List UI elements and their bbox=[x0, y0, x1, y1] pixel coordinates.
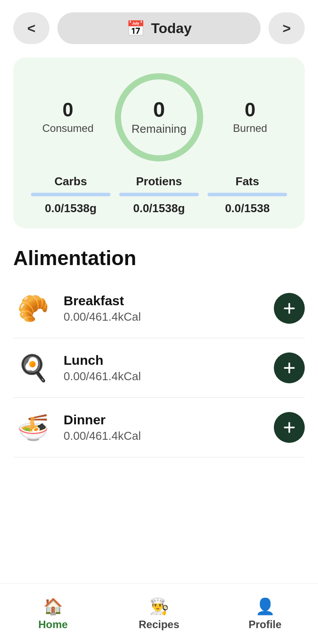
alimentation-title: Alimentation bbox=[13, 246, 305, 270]
nav-home[interactable]: 🏠 Home bbox=[0, 597, 106, 631]
dinner-name: Dinner bbox=[64, 412, 274, 427]
consumed-stat: 0 Consumed bbox=[26, 100, 110, 135]
header: < 📅 Today > bbox=[0, 0, 318, 53]
add-dinner-button[interactable] bbox=[274, 412, 305, 443]
nav-recipes[interactable]: 👨‍🍳 Recipes bbox=[106, 597, 212, 631]
lunch-name: Lunch bbox=[64, 353, 274, 368]
ring-container: 0 Remaining bbox=[110, 73, 209, 161]
next-day-button[interactable]: > bbox=[269, 12, 305, 44]
home-icon: 🏠 bbox=[43, 597, 63, 616]
breakfast-icon: 🥐 bbox=[13, 288, 53, 328]
bottom-nav: 🏠 Home 👨‍🍳 Recipes 👤 Profile bbox=[0, 583, 318, 644]
carbs-macro: Carbs 0.0/1538g bbox=[26, 175, 115, 215]
burned-label: Burned bbox=[233, 122, 267, 135]
carbs-bar bbox=[31, 193, 110, 196]
plus-icon bbox=[281, 419, 297, 435]
profile-label: Profile bbox=[249, 618, 282, 631]
calorie-ring: 0 Remaining bbox=[115, 73, 203, 161]
plus-icon bbox=[281, 300, 297, 316]
plus-icon bbox=[281, 360, 297, 376]
fats-macro: Fats 0.0/1538 bbox=[203, 175, 292, 215]
lunch-info: Lunch 0.00/461.4kCal bbox=[64, 353, 274, 383]
nutrition-card: 0 Consumed 0 Remaining 0 Burned Carbs 0.… bbox=[13, 57, 305, 228]
consumed-value: 0 bbox=[63, 100, 73, 120]
proteins-value: 0.0/1538g bbox=[133, 202, 185, 215]
calorie-row: 0 Consumed 0 Remaining 0 Burned bbox=[26, 73, 292, 161]
today-label: Today bbox=[151, 20, 192, 37]
alimentation-section: Alimentation 🥐 Breakfast 0.00/461.4kCal … bbox=[0, 242, 318, 457]
add-breakfast-button[interactable] bbox=[274, 293, 305, 324]
prev-day-button[interactable]: < bbox=[13, 12, 49, 44]
calendar-icon: 📅 bbox=[126, 19, 145, 37]
lunch-row: 🍳 Lunch 0.00/461.4kCal bbox=[13, 338, 305, 398]
lunch-calories: 0.00/461.4kCal bbox=[64, 370, 274, 383]
add-lunch-button[interactable] bbox=[274, 352, 305, 383]
macros-row: Carbs 0.0/1538g Protiens 0.0/1538g Fats … bbox=[26, 175, 292, 215]
home-label: Home bbox=[38, 618, 68, 631]
prev-icon: < bbox=[27, 20, 36, 37]
dinner-calories: 0.00/461.4kCal bbox=[64, 429, 274, 443]
fats-bar bbox=[208, 193, 287, 196]
consumed-label: Consumed bbox=[42, 122, 94, 135]
dinner-info: Dinner 0.00/461.4kCal bbox=[64, 412, 274, 443]
carbs-label: Carbs bbox=[54, 175, 87, 188]
breakfast-calories: 0.00/461.4kCal bbox=[64, 310, 274, 324]
proteins-macro: Protiens 0.0/1538g bbox=[115, 175, 203, 215]
recipes-icon: 👨‍🍳 bbox=[149, 597, 169, 616]
carbs-value: 0.0/1538g bbox=[45, 202, 96, 215]
recipes-label: Recipes bbox=[139, 618, 179, 631]
dinner-row: 🍜 Dinner 0.00/461.4kCal bbox=[13, 398, 305, 457]
fats-label: Fats bbox=[235, 175, 259, 188]
remaining-value: 0 bbox=[153, 99, 165, 120]
dinner-icon: 🍜 bbox=[13, 408, 53, 447]
lunch-icon: 🍳 bbox=[13, 348, 53, 388]
burned-value: 0 bbox=[245, 100, 255, 120]
proteins-label: Protiens bbox=[136, 175, 182, 188]
today-button[interactable]: 📅 Today bbox=[57, 12, 261, 44]
burned-stat: 0 Burned bbox=[209, 100, 292, 135]
nav-profile[interactable]: 👤 Profile bbox=[212, 597, 318, 631]
proteins-bar bbox=[119, 193, 199, 196]
breakfast-row: 🥐 Breakfast 0.00/461.4kCal bbox=[13, 279, 305, 338]
breakfast-info: Breakfast 0.00/461.4kCal bbox=[64, 293, 274, 324]
profile-icon: 👤 bbox=[255, 597, 275, 616]
remaining-label: Remaining bbox=[132, 122, 186, 136]
breakfast-name: Breakfast bbox=[64, 293, 274, 308]
next-icon: > bbox=[283, 20, 291, 37]
fats-value: 0.0/1538 bbox=[225, 202, 269, 215]
